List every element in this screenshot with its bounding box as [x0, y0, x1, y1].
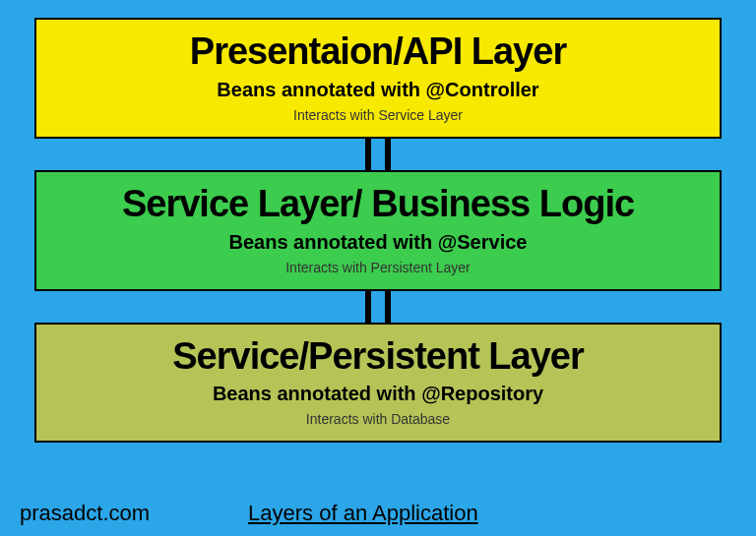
- connector-line: [385, 291, 391, 323]
- persistent-layer-subtitle: Beans annotated with @Repository: [46, 383, 710, 405]
- presentation-layer-title: Presentaion/API Layer: [46, 31, 710, 73]
- service-layer-note: Interacts with Persistent Layer: [46, 260, 710, 275]
- presentation-layer-box: Presentaion/API Layer Beans annotated wi…: [34, 18, 722, 139]
- connector-line: [365, 291, 371, 323]
- service-layer-title: Service Layer/ Business Logic: [46, 184, 710, 225]
- connector-line: [365, 139, 371, 170]
- service-layer-box: Service Layer/ Business Logic Beans anno…: [34, 170, 722, 291]
- connector-line: [385, 139, 391, 170]
- presentation-layer-subtitle: Beans annotated with @Controller: [46, 79, 710, 101]
- connector-presentation-to-service: [34, 139, 722, 170]
- footer-site-label: prasadct.com: [20, 501, 150, 526]
- persistent-layer-note: Interacts with Database: [46, 411, 710, 427]
- connector-service-to-persistent: [34, 291, 722, 323]
- persistent-layer-box: Service/Persistent Layer Beans annotated…: [34, 323, 722, 444]
- presentation-layer-note: Interacts with Service Layer: [46, 107, 710, 123]
- service-layer-subtitle: Beans annotated with @Service: [46, 231, 710, 254]
- footer: prasadct.com Layers of an Application: [20, 501, 736, 526]
- persistent-layer-title: Service/Persistent Layer: [46, 336, 710, 378]
- footer-caption: Layers of an Application: [248, 501, 478, 526]
